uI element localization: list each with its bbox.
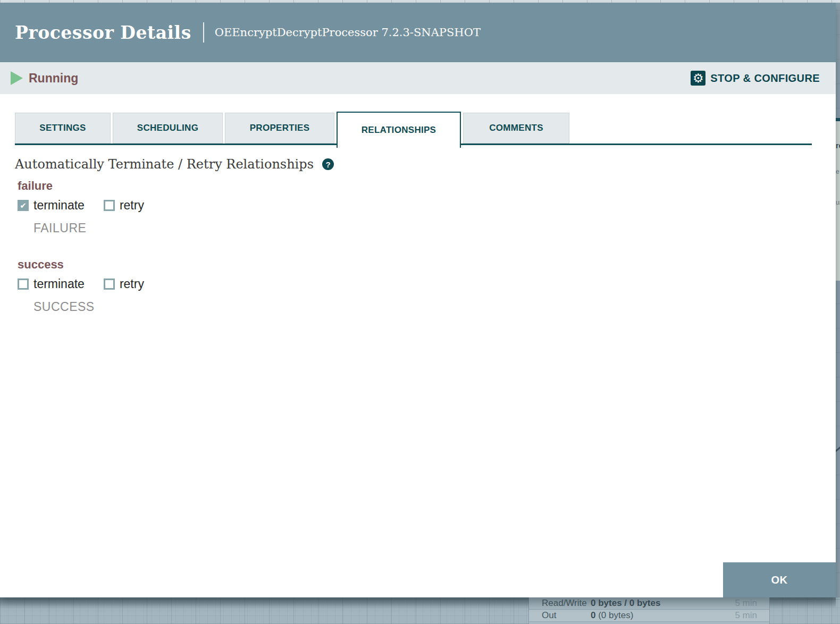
retry-label: retry: [120, 277, 144, 291]
stats-row-read-write: Read/Write 0 bytes / 0 bytes 5 min: [529, 597, 769, 610]
gear-icon: ⚙: [691, 71, 705, 86]
title-separator: [203, 22, 204, 43]
canvas-right-sliver: ro e ur: [836, 3, 840, 597]
relationship-failure: failure terminate retry FAILURE: [15, 179, 836, 235]
terminate-checkbox[interactable]: [18, 279, 29, 290]
tab-properties[interactable]: PROPERTIES: [225, 113, 334, 144]
relationship-name: failure: [15, 179, 836, 193]
status-bar: Running ⚙ STOP & CONFIGURE: [0, 62, 836, 94]
running-play-icon: [11, 71, 23, 85]
relationship-success: success terminate retry SUCCESS: [15, 258, 836, 314]
stop-and-configure-label: STOP & CONFIGURE: [710, 72, 820, 85]
status-label: Running: [29, 71, 78, 86]
tab-settings[interactable]: SETTINGS: [15, 113, 111, 144]
help-icon[interactable]: ?: [322, 158, 334, 170]
text-fragment: ro: [836, 141, 840, 150]
component-panel-fragment: ro e ur: [836, 121, 840, 281]
stats-window: 5 min: [715, 610, 769, 621]
ok-button[interactable]: OK: [723, 562, 836, 597]
dialog-title: Processor Details: [15, 22, 191, 43]
text-fragment: e: [836, 168, 839, 175]
processor-name-version: OEEncryptDecryptProcessor 7.2.3-SNAPSHOT: [215, 26, 481, 39]
stats-label: Read/Write: [542, 598, 591, 609]
stop-and-configure-button[interactable]: ⚙ STOP & CONFIGURE: [691, 71, 820, 86]
checkbox-row: terminate retry: [15, 198, 836, 213]
processor-stats-panel: Read/Write 0 bytes / 0 bytes 5 min Out 0…: [528, 597, 770, 624]
relationship-description: FAILURE: [15, 221, 836, 235]
relationship-name: success: [15, 258, 836, 272]
connection-line-fragment: [835, 446, 840, 452]
retry-checkbox[interactable]: [104, 200, 115, 211]
terminate-label: terminate: [33, 277, 85, 291]
text-fragment: ur: [836, 199, 840, 206]
stats-row-tasks-time: Tasks/Time 0/00:00:00.000 5 min: [529, 622, 769, 624]
retry-label: retry: [120, 198, 144, 213]
checkbox-row: terminate retry: [15, 277, 836, 291]
tab-relationships[interactable]: RELATIONSHIPS: [337, 112, 461, 148]
retry-checkbox[interactable]: [104, 279, 115, 290]
dialog-header: Processor Details OEEncryptDecryptProces…: [0, 3, 836, 62]
terminate-label: terminate: [33, 198, 85, 213]
relationships-tab-content: Automatically Terminate / Retry Relation…: [0, 157, 836, 314]
relationship-description: SUCCESS: [15, 300, 836, 314]
tab-scheduling[interactable]: SCHEDULING: [113, 113, 223, 144]
stats-value: 0 bytes / 0 bytes: [591, 598, 715, 609]
terminate-checkbox[interactable]: [18, 200, 29, 211]
section-heading: Automatically Terminate / Retry Relation…: [15, 157, 314, 172]
stats-row-out: Out 0 (0 bytes) 5 min: [529, 610, 769, 622]
processor-details-dialog: Processor Details OEEncryptDecryptProces…: [0, 3, 836, 597]
tab-comments[interactable]: COMMENTS: [463, 113, 569, 144]
stats-window: 5 min: [715, 598, 769, 609]
tab-bar: SETTINGS SCHEDULING PROPERTIES RELATIONS…: [15, 112, 812, 145]
stats-label: Out: [542, 610, 591, 621]
heading-row: Automatically Terminate / Retry Relation…: [15, 157, 836, 172]
stats-value: 0 (0 bytes): [591, 610, 715, 621]
